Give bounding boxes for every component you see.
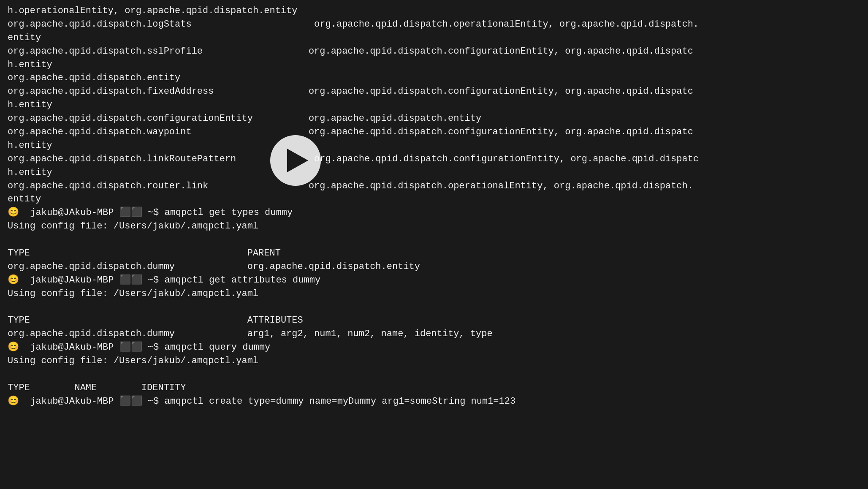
- line-13: h.entity: [8, 166, 860, 179]
- line-12: org.apache.qpid.dispatch.linkRoutePatter…: [8, 152, 860, 166]
- empty-3: [8, 368, 860, 381]
- config-line-1: Using config file: /Users/jakub/.amqpctl…: [8, 220, 860, 233]
- empty-2: [8, 301, 860, 314]
- header-2: TYPE ATTRIBUTES: [8, 314, 860, 327]
- line-6: org.apache.qpid.dispatch.entity: [8, 71, 860, 85]
- line-7: org.apache.qpid.dispatch.fixedAddress or…: [8, 85, 860, 98]
- prompt-1: 😊 jakub@JAkub-MBP ⬛⬛ ~$ amqpctl get type…: [8, 206, 860, 220]
- line-11: h.entity: [8, 139, 860, 152]
- header-1: TYPE PARENT: [8, 247, 860, 260]
- terminal: h.operationalEntity, org.apache.qpid.dis…: [0, 0, 868, 413]
- prompt-3: 😊 jakub@JAkub-MBP ⬛⬛ ~$ amqpctl query du…: [8, 341, 860, 354]
- line-14: org.apache.qpid.dispatch.router.link org…: [8, 179, 860, 193]
- config-line-2: Using config file: /Users/jakub/.amqpctl…: [8, 287, 860, 301]
- header-3: TYPE NAME IDENTITY: [8, 381, 860, 395]
- play-button[interactable]: [270, 135, 321, 186]
- line-4: org.apache.qpid.dispatch.sslProfile org.…: [8, 45, 860, 58]
- play-icon: [287, 149, 308, 172]
- data-2: org.apache.qpid.dispatch.dummy arg1, arg…: [8, 327, 860, 341]
- line-9: org.apache.qpid.dispatch.configurationEn…: [8, 112, 860, 125]
- line-2: org.apache.qpid.dispatch.logStats org.ap…: [8, 18, 860, 31]
- data-1: org.apache.qpid.dispatch.dummy org.apach…: [8, 260, 860, 274]
- line-1: h.operationalEntity, org.apache.qpid.dis…: [8, 4, 860, 18]
- empty-1: [8, 233, 860, 247]
- config-line-3: Using config file: /Users/jakub/.amqpctl…: [8, 354, 860, 368]
- line-15: entity: [8, 193, 860, 206]
- line-5: h.entity: [8, 58, 860, 72]
- line-10: org.apache.qpid.dispatch.waypoint org.ap…: [8, 125, 860, 139]
- prompt-2: 😊 jakub@JAkub-MBP ⬛⬛ ~$ amqpctl get attr…: [8, 274, 860, 287]
- line-3: entity: [8, 31, 860, 45]
- prompt-4: 😊 jakub@JAkub-MBP ⬛⬛ ~$ amqpctl create t…: [8, 395, 860, 408]
- line-8: h.entity: [8, 98, 860, 112]
